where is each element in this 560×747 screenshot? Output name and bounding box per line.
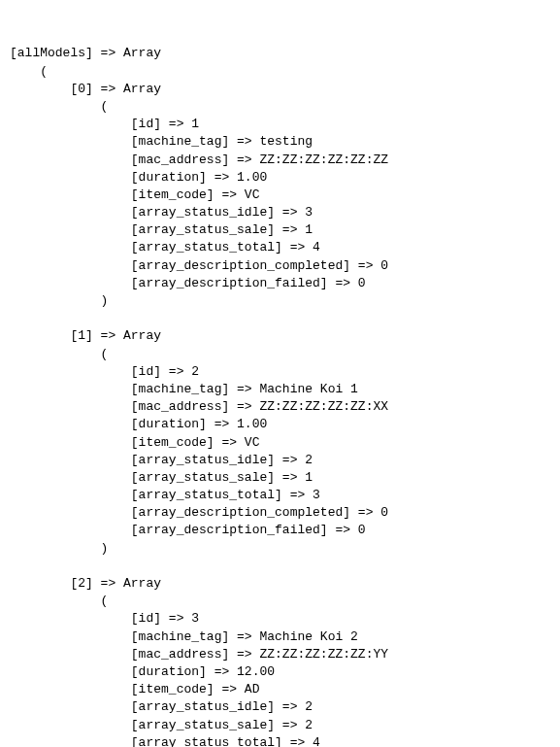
array-dump: [allModels] => Array ( [0] => Array ( [i…	[10, 45, 550, 747]
